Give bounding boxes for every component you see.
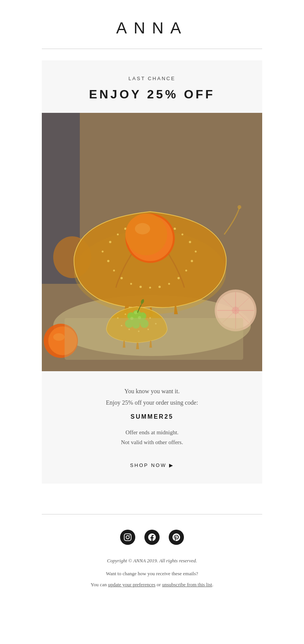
unsubscribe-suffix: . [212,582,213,587]
svg-point-28 [195,251,197,253]
footer-spacer [0,484,304,514]
promo-code: SUMMER25 [65,413,239,420]
svg-point-5 [109,241,111,243]
svg-point-6 [117,234,119,236]
promo-body-line1: You know you want it. [65,386,239,396]
offer-line1: Offer ends at midnight. [125,429,179,435]
svg-point-19 [120,277,123,279]
social-icons-container [120,530,184,545]
svg-point-15 [189,241,191,243]
offer-line2: Not valid with other offers. [121,439,183,445]
footer-text: Copyright © ANNA 2019. All rights reserv… [91,556,214,608]
svg-point-21 [139,286,142,288]
svg-point-13 [174,228,176,230]
svg-point-27 [191,260,193,262]
svg-point-17 [107,260,109,262]
svg-point-31 [125,214,167,255]
svg-point-23 [158,286,161,288]
brand-logo: ANNA [116,19,188,37]
promo-body: You know you want it. Enjoy 25% off your… [42,371,262,484]
unsubscribe-line: You can update your preferences or unsub… [91,580,214,589]
main-headline: ENJOY 25% OFF [57,87,247,101]
pinterest-icon[interactable] [169,530,184,545]
email-prefs-text: Want to change how you receive these ema… [91,569,214,578]
svg-point-22 [149,287,151,289]
shop-now-button[interactable]: SHOP NOW ▶ [130,462,174,468]
header-divider [42,49,262,49]
promo-card: LAST CHANCE ENJOY 25% OFF [42,60,262,484]
svg-point-24 [168,283,170,285]
svg-rect-65 [65,318,243,360]
promo-body-line2: Enjoy 25% off your order using code: [65,398,239,408]
svg-point-25 [177,277,180,279]
svg-point-66 [238,205,241,209]
footer-divider [42,514,262,514]
svg-point-16 [102,251,104,253]
svg-point-26 [185,270,187,272]
unsubscribe-prefix: You can [91,582,108,587]
svg-point-20 [130,283,132,285]
copyright-text: Copyright © ANNA 2019. All rights reserv… [91,556,214,565]
product-image [42,113,262,371]
svg-point-14 [182,234,184,236]
or-text: or [155,582,162,587]
svg-point-41 [125,313,126,315]
svg-point-64 [53,333,65,341]
last-chance-label: LAST CHANCE [57,76,247,81]
facebook-icon[interactable] [144,530,160,545]
email-header: ANNA [0,0,304,49]
svg-point-61 [134,311,137,314]
email-wrapper: ANNA LAST CHANCE ENJOY 25% OFF [0,0,304,644]
offer-details: Offer ends at midnight. Not valid with o… [65,428,239,447]
instagram-icon[interactable] [120,530,135,545]
svg-point-39 [232,307,239,314]
unsubscribe-link[interactable]: unsubscribe from this list [162,582,212,587]
update-preferences-link[interactable]: update your preferences [108,582,155,587]
promo-header: LAST CHANCE ENJOY 25% OFF [42,60,262,113]
svg-point-32 [135,223,150,234]
svg-point-18 [113,270,115,272]
